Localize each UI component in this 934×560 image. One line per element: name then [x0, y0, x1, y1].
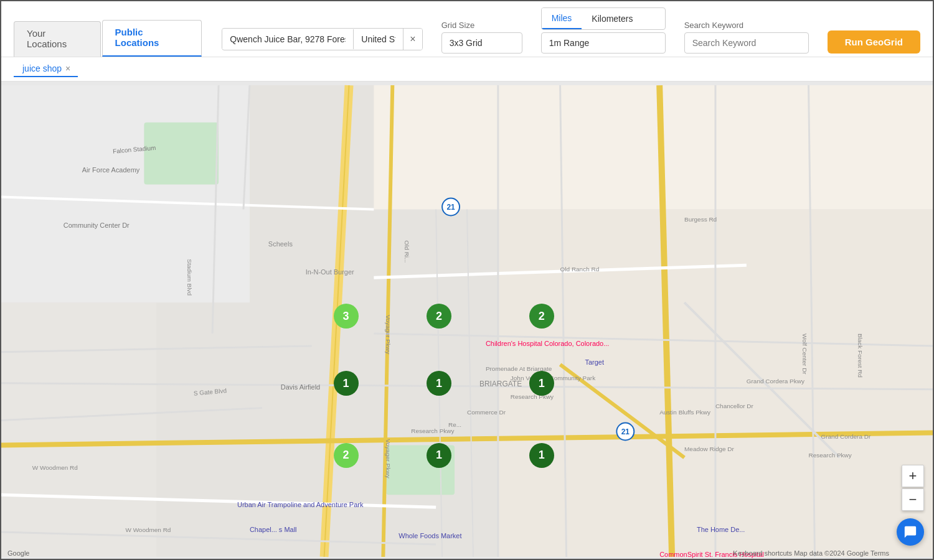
svg-text:Davis Airfield: Davis Airfield — [281, 383, 320, 391]
svg-text:Community Center Dr: Community Center Dr — [64, 222, 130, 229]
svg-text:Wolf Center Dr: Wolf Center Dr — [801, 334, 808, 375]
tab-your-locations[interactable]: Your Locations — [14, 21, 101, 57]
map-attribution: Keyboard shortcuts Map data ©2024 Google… — [733, 549, 889, 557]
map-container: Community Center Dr Air Force Academy Fa… — [1, 82, 933, 560]
grid-size-group: Grid Size — [441, 21, 522, 54]
map-marker-m5[interactable]: 1 — [427, 371, 451, 396]
svg-text:Urban Air Trampoline and Adven: Urban Air Trampoline and Adventure Park — [237, 501, 364, 508]
svg-text:Children's Hospital Colorado, : Children's Hospital Colorado, Colorado..… — [486, 340, 609, 347]
location-clear-button[interactable]: × — [403, 29, 422, 50]
svg-text:Re...: Re... — [448, 421, 461, 428]
map-controls: + − — [902, 465, 924, 511]
svg-text:Voyager Pkwy: Voyager Pkwy — [385, 315, 392, 354]
tab-group: Your Locations Public Locations — [14, 20, 203, 57]
svg-text:Meadow Ridge Dr: Meadow Ridge Dr — [684, 446, 734, 452]
svg-text:Chapel... s Mall: Chapel... s Mall — [250, 526, 297, 533]
map-background: Community Center Dr Air Force Academy Fa… — [1, 82, 933, 560]
svg-text:Old Ri...: Old Ri... — [403, 240, 410, 263]
search-keyword-group: Search Keyword — [684, 21, 809, 54]
svg-text:Old Ranch Rd: Old Ranch Rd — [560, 266, 600, 273]
svg-text:Stadium Blvd: Stadium Blvd — [186, 259, 193, 296]
map-marker-m4[interactable]: 1 — [334, 371, 359, 396]
svg-text:Air Force Academy: Air Force Academy — [82, 166, 140, 174]
svg-text:21: 21 — [446, 203, 455, 212]
search-keyword-label: Search Keyword — [684, 21, 809, 30]
svg-text:Black Forest Rd: Black Forest Rd — [857, 334, 864, 378]
map-marker-m1[interactable]: 3 — [334, 304, 359, 329]
active-tag-label: juice shop — [22, 63, 62, 73]
grid-size-input[interactable] — [441, 32, 522, 54]
zoom-in-button[interactable]: + — [902, 465, 924, 487]
zoom-out-button[interactable]: − — [902, 488, 924, 511]
location-inputs-wrapper: × — [222, 28, 422, 50]
svg-rect-1 — [1, 85, 250, 302]
map-marker-m2[interactable]: 2 — [427, 304, 451, 329]
svg-text:Scheels: Scheels — [268, 240, 293, 248]
map-marker-m3[interactable]: 2 — [529, 304, 554, 329]
map-marker-m8[interactable]: 1 — [427, 443, 451, 468]
svg-text:Burgess Rd: Burgess Rd — [684, 216, 717, 223]
chat-button[interactable] — [897, 518, 924, 546]
svg-text:Voyager Pkwy: Voyager Pkwy — [385, 439, 392, 478]
location-field-group: × — [222, 28, 422, 54]
map-marker-m9[interactable]: 1 — [529, 443, 554, 468]
svg-text:Commerce Dr: Commerce Dr — [467, 409, 506, 416]
svg-text:Grand Cordera Dr: Grand Cordera Dr — [821, 433, 870, 440]
unit-group: Miles Kilometers — [541, 7, 666, 54]
unit-toggle: Miles Kilometers — [541, 7, 666, 30]
svg-text:The Home De...: The Home De... — [697, 526, 745, 533]
svg-text:Research Pkwy: Research Pkwy — [809, 452, 852, 459]
active-tag-close-button[interactable]: × — [65, 64, 70, 73]
tab-public-locations[interactable]: Public Locations — [102, 20, 202, 57]
active-tag-juice-shop[interactable]: juice shop × — [14, 61, 78, 77]
svg-text:In-N-Out Burger: In-N-Out Burger — [306, 268, 354, 276]
svg-text:Research Pkwy: Research Pkwy — [411, 427, 454, 434]
active-tab-row: juice shop × — [1, 57, 933, 82]
svg-text:Austin Bluffs Pkwy: Austin Bluffs Pkwy — [659, 409, 710, 416]
svg-rect-6 — [374, 85, 933, 209]
header: Your Locations Public Locations × Grid S… — [1, 1, 933, 57]
location-main-input[interactable] — [222, 29, 353, 49]
svg-text:Chancellor Dr: Chancellor Dr — [715, 403, 754, 409]
svg-text:W Woodmen Rd: W Woodmen Rd — [32, 464, 78, 471]
run-geogrid-button[interactable]: Run GeoGrid — [828, 30, 920, 54]
svg-text:Grand Cordera Pkwy: Grand Cordera Pkwy — [747, 378, 804, 385]
map-marker-m7[interactable]: 2 — [334, 443, 359, 468]
map-logo: Google — [7, 549, 29, 557]
svg-rect-2 — [1, 302, 156, 557]
svg-text:Target: Target — [585, 358, 604, 366]
svg-text:21: 21 — [621, 428, 630, 437]
location-country-input[interactable] — [353, 29, 403, 49]
unit-kilometers-button[interactable]: Kilometers — [582, 8, 643, 29]
map-marker-m6[interactable]: 1 — [529, 371, 554, 396]
svg-text:Whole Foods Market: Whole Foods Market — [399, 532, 461, 539]
search-keyword-input[interactable] — [684, 32, 809, 54]
svg-text:W Woodmen Rd: W Woodmen Rd — [125, 526, 171, 533]
grid-size-label: Grid Size — [441, 21, 522, 30]
range-input[interactable] — [541, 32, 666, 54]
unit-miles-button[interactable]: Miles — [542, 8, 582, 29]
svg-rect-3 — [144, 123, 219, 185]
